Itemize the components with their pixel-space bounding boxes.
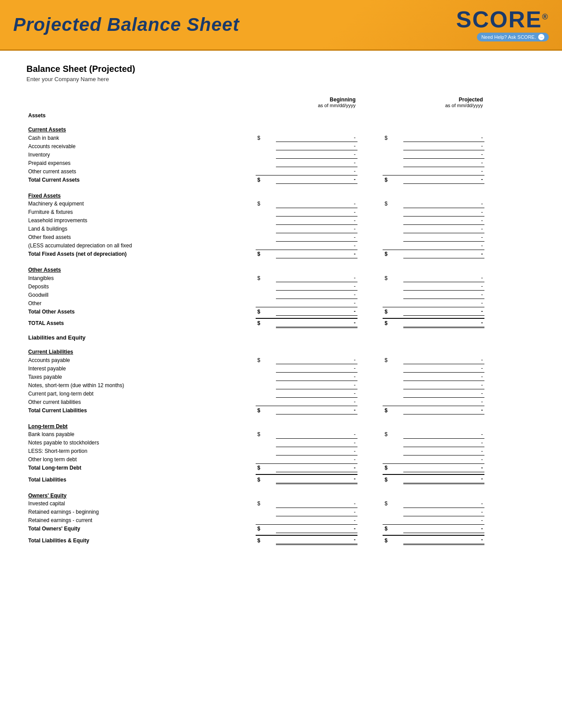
item-label: Accounts payable <box>26 356 256 364</box>
list-item: Land & buildings - - <box>26 224 536 233</box>
owners-equity-heading-row: Owners' Equity <box>26 486 536 500</box>
item-label: (LESS accumulated depreciation on all fi… <box>26 241 256 250</box>
item-label: Other <box>26 299 256 307</box>
item-label: Interest payable <box>26 364 256 373</box>
item-label: Goodwill <box>26 291 256 299</box>
current-liabilities-heading: Current Liabilities <box>26 343 256 356</box>
item-label: Accounts receivable <box>26 142 256 150</box>
list-item: Machinery & equipment $ - $ - <box>26 200 536 208</box>
current-liabilities-heading-row: Current Liabilities <box>26 343 536 356</box>
total-liabilities-equity-label: Total Liabilities & Equity <box>26 535 256 545</box>
beg-dollar: $ <box>256 134 276 142</box>
item-label: LESS: Short-term portion <box>26 447 256 455</box>
list-item: Deposits - - <box>26 282 536 291</box>
total-beg-value[interactable]: - <box>276 175 357 184</box>
owners-equity-heading: Owners' Equity <box>26 486 256 500</box>
list-item: Other fixed assets - - <box>26 233 536 241</box>
projected-label: Projected <box>384 97 483 103</box>
total-longterm-debt-label: Total Long-term Debt <box>26 463 256 472</box>
total-fixed-assets-row: Total Fixed Assets (net of depreciation)… <box>26 250 536 258</box>
item-label: Bank loans payable <box>26 430 256 439</box>
item-label: Notes, short-term (due within 12 months) <box>26 381 256 389</box>
list-item: Goodwill - - <box>26 291 536 299</box>
header-banner: Projected Balance Sheet SCORE® Need Help… <box>0 0 562 51</box>
proj-value[interactable]: - <box>403 200 485 208</box>
score-tagline[interactable]: Need Help? Ask SCORE. → <box>477 33 549 41</box>
item-label: Machinery & equipment <box>26 200 256 208</box>
fixed-assets-heading: Fixed Assets <box>26 187 256 200</box>
item-label: Other current assets <box>26 167 256 175</box>
list-item: Invested capital $ - $ - <box>26 500 536 508</box>
proj-value[interactable]: - <box>403 134 485 142</box>
proj-value[interactable]: - <box>403 167 485 175</box>
tagline-arrow-icon: → <box>538 34 544 40</box>
list-item: Intangibles $ - $ - <box>26 274 536 282</box>
proj-value[interactable]: - <box>403 159 485 167</box>
item-label: Notes payable to stockholders <box>26 438 256 447</box>
total-fixed-assets-label: Total Fixed Assets (net of depreciation) <box>26 250 256 258</box>
item-label: Other current liabilities <box>26 398 256 406</box>
beg-value[interactable]: - <box>276 142 357 150</box>
item-label: Leasehold improvements <box>26 216 256 224</box>
longterm-debt-heading: Long-term Debt <box>26 417 256 430</box>
item-label: Cash in bank <box>26 134 256 142</box>
list-item: Notes payable to stockholders - - <box>26 438 536 447</box>
list-item: Retained earnings - current - - <box>26 516 536 524</box>
total-current-assets-row: Total Current Assets $ - $ - <box>26 175 536 184</box>
list-item: Other - - <box>26 299 536 307</box>
total-other-assets-row: Total Other Assets $ - $ - <box>26 307 536 316</box>
list-item: Current part, long-term debt - - <box>26 389 536 398</box>
list-item: Interest payable - - <box>26 364 536 373</box>
proj-dollar: $ <box>383 134 403 142</box>
proj-value[interactable]: - <box>403 142 485 150</box>
beg-value[interactable]: - <box>276 167 357 175</box>
list-item: Other long term debt - - <box>26 455 536 463</box>
document-title: Balance Sheet (Projected) <box>26 64 536 74</box>
company-name-placeholder[interactable]: Enter your Company Name here <box>26 76 536 82</box>
liabilities-equity-label: Liabilities and Equity <box>26 330 256 343</box>
item-label: Current part, long-term debt <box>26 389 256 398</box>
list-item: (LESS accumulated depreciation on all fi… <box>26 241 536 250</box>
item-label: Deposits <box>26 282 256 291</box>
proj-value[interactable]: - <box>403 150 485 159</box>
item-label: Furniture & fixtures <box>26 208 256 216</box>
main-content: Balance Sheet (Projected) Enter your Com… <box>0 51 562 558</box>
beg-value[interactable]: - <box>276 200 357 208</box>
total-assets-row: TOTAL Assets $ - $ - <box>26 318 536 328</box>
beginning-label: Beginning <box>257 97 356 103</box>
liabilities-equity-label-row: Liabilities and Equity <box>26 330 536 343</box>
page-title: Projected Balance Sheet <box>13 14 239 35</box>
list-item: Retained earnings - beginning - - <box>26 508 536 516</box>
total-longterm-debt-row: Total Long-term Debt $ - $ - <box>26 463 536 472</box>
beg-value[interactable]: - <box>276 150 357 159</box>
total-assets-label: TOTAL Assets <box>26 318 256 328</box>
score-brand: SCORE® <box>456 8 549 31</box>
list-item: Furniture & fixtures - - <box>26 208 536 216</box>
total-proj-value[interactable]: - <box>403 175 485 184</box>
total-owners-equity-label: Total Owners' Equity <box>26 524 256 533</box>
list-item: Accounts payable $ - $ - <box>26 356 536 364</box>
other-assets-heading: Other Assets <box>26 261 256 274</box>
current-assets-heading: Current Assets <box>26 120 256 134</box>
balance-sheet-table: Beginning as of mm/dd/yyyy Projected as … <box>26 96 536 545</box>
item-label: Retained earnings - beginning <box>26 508 256 516</box>
list-item: Notes, short-term (due within 12 months)… <box>26 381 536 389</box>
column-header-row: Beginning as of mm/dd/yyyy Projected as … <box>26 96 536 109</box>
total-liabilities-equity-row: Total Liabilities & Equity $ - $ - <box>26 535 536 545</box>
assets-label: Assets <box>26 109 256 120</box>
list-item: Other current liabilities - - <box>26 398 536 406</box>
total-current-assets-label: Total Current Assets <box>26 175 256 184</box>
item-label: Other fixed assets <box>26 233 256 241</box>
item-label: Other long term debt <box>26 455 256 463</box>
list-item: LESS: Short-term portion - - <box>26 447 536 455</box>
beg-value[interactable]: - <box>276 159 357 167</box>
list-item: Cash in bank $ - $ - <box>26 134 536 142</box>
list-item: Prepaid expenses - - <box>26 159 536 167</box>
item-label: Inventory <box>26 150 256 159</box>
list-item: Inventory - - <box>26 150 536 159</box>
assets-label-row: Assets <box>26 109 536 120</box>
list-item: Other current assets - - <box>26 167 536 175</box>
beg-value[interactable]: - <box>276 134 357 142</box>
item-label: Taxes payable <box>26 373 256 381</box>
total-other-assets-label: Total Other Assets <box>26 307 256 316</box>
